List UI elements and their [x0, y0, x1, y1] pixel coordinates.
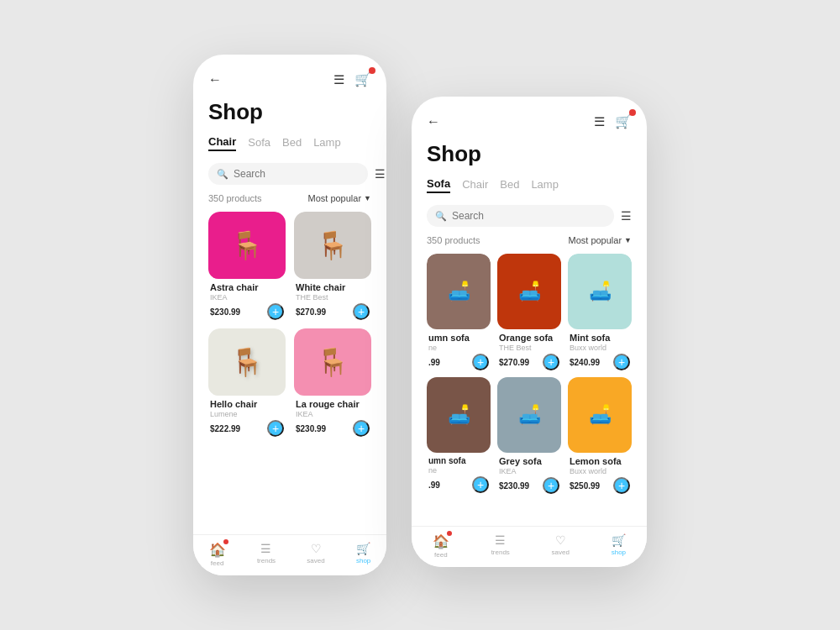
product-card-autumn-2: 🛋️ umn sofa ne .99 +: [427, 377, 491, 494]
tab-lamp[interactable]: Lamp: [313, 136, 341, 150]
search-bar-left[interactable]: 🔍: [208, 163, 368, 185]
trends-icon-left: ☰: [260, 542, 271, 555]
product-price-autumn-2: .99: [428, 480, 440, 490]
cart-icon[interactable]: 🛒: [354, 71, 371, 87]
product-price-white-chair: $270.99: [296, 307, 326, 317]
nav-label-feed-right: feed: [434, 551, 448, 559]
cart-icon-right[interactable]: 🛒: [615, 113, 632, 129]
product-image-grey-sofa: 🛋️: [497, 377, 561, 453]
feed-icon-right: 🏠: [433, 533, 449, 549]
nav-feed-left[interactable]: 🏠 feed: [209, 542, 226, 567]
add-button-astra[interactable]: +: [267, 303, 284, 320]
sort-label-left: Most popular: [307, 193, 361, 203]
nav-label-shop-right: shop: [612, 549, 626, 556]
nav-trends-left[interactable]: ☰ trends: [257, 542, 276, 567]
search-input-left[interactable]: [234, 168, 360, 180]
saved-icon-left: ♡: [311, 542, 322, 555]
product-brand-autumn-2: ne: [428, 466, 489, 475]
add-button-mint-sofa[interactable]: +: [613, 354, 630, 370]
nav-saved-left[interactable]: ♡ saved: [307, 542, 324, 567]
product-name-larougue: La rouge chair: [296, 399, 370, 409]
feed-badge-right: [447, 531, 452, 536]
add-button-larougue[interactable]: +: [353, 420, 370, 437]
product-name-autumn-2: umn sofa: [428, 456, 489, 465]
product-card-autumn: 🛋️ umn sofa ne .99 +: [427, 254, 491, 370]
back-button[interactable]: ←: [208, 72, 222, 87]
product-image-autumn: 🛋️: [427, 254, 491, 329]
nav-label-trends-left: trends: [257, 557, 276, 564]
chevron-down-icon-left: ▼: [364, 194, 371, 202]
header-icons-right: ☰ 🛒: [594, 113, 632, 129]
left-phone: ← ☰ 🛒 Shop Chair Sofa Bed Lamp 🔍 ☰: [193, 55, 386, 575]
add-button-autumn[interactable]: +: [472, 354, 489, 370]
filter-icon-left[interactable]: ☰: [375, 167, 386, 181]
trends-icon-right: ☰: [495, 533, 506, 547]
add-button-lemon-sofa[interactable]: +: [613, 477, 630, 494]
right-phone: ← ☰ 🛒 Shop Sofa Chair Bed Lamp 🔍 ☰: [412, 97, 647, 567]
nav-label-saved-right: saved: [552, 549, 570, 556]
menu-icon-right[interactable]: ☰: [594, 114, 605, 129]
search-input-right[interactable]: [452, 210, 606, 222]
add-button-autumn-2[interactable]: +: [472, 476, 489, 493]
tab-chair-right[interactable]: Chair: [462, 178, 488, 192]
menu-icon[interactable]: ☰: [333, 72, 344, 87]
nav-saved-right[interactable]: ♡ saved: [552, 533, 570, 559]
nav-trends-right[interactable]: ☰ trends: [491, 533, 510, 559]
add-button-orange-sofa[interactable]: +: [543, 354, 559, 370]
product-image-lemon-sofa: 🛋️: [568, 377, 632, 453]
filter-icon-right[interactable]: ☰: [621, 209, 632, 223]
tab-bed[interactable]: Bed: [282, 136, 302, 150]
search-bar-right[interactable]: 🔍: [427, 205, 614, 227]
search-icon-right: 🔍: [435, 211, 447, 222]
shop-icon-left: 🛒: [356, 542, 370, 555]
product-name-lemon-sofa: Lemon sofa: [570, 456, 630, 466]
nav-shop-left[interactable]: 🛒 shop: [356, 542, 370, 567]
tab-sofa[interactable]: Sofa: [248, 136, 270, 150]
add-button-hello[interactable]: +: [267, 420, 284, 437]
feed-icon-left: 🏠: [209, 542, 226, 558]
product-image-orange-sofa: 🛋️: [497, 254, 561, 329]
cart-badge: [369, 67, 375, 74]
bottom-nav-right: 🏠 feed ☰ trends ♡ saved 🛒 shop: [412, 526, 647, 567]
product-name-astra: Astra chair: [210, 282, 284, 292]
product-image-mint-sofa: 🛋️: [568, 254, 632, 329]
product-image-autumn-2: 🛋️: [427, 377, 491, 453]
tab-lamp-right[interactable]: Lamp: [531, 178, 559, 192]
shop-icon-right: 🛒: [612, 533, 626, 547]
product-card-hello: 🪑 Hello chair Lumene $222.99 +: [208, 328, 286, 437]
search-row-left: 🔍 ☰: [208, 163, 371, 185]
product-brand-hello: Lumene: [210, 410, 284, 418]
tab-chair[interactable]: Chair: [208, 135, 236, 151]
sort-selector-right[interactable]: Most popular ▼: [568, 235, 632, 245]
product-price-lemon-sofa: $250.99: [570, 481, 600, 491]
phone-header-left: ← ☰ 🛒: [208, 71, 371, 87]
product-card-orange-sofa: 🛋️ Orange sofa THE Best $270.99 +: [497, 254, 561, 370]
feed-badge-left: [223, 539, 228, 544]
tab-bed-right[interactable]: Bed: [500, 178, 519, 192]
add-button-white-chair[interactable]: +: [353, 303, 370, 320]
product-price-mint-sofa: $240.99: [570, 358, 600, 367]
search-row-right: 🔍 ☰: [427, 205, 632, 227]
product-name-hello: Hello chair: [210, 399, 284, 409]
tab-sofa-right[interactable]: Sofa: [427, 177, 450, 193]
back-button-right[interactable]: ←: [427, 114, 440, 129]
product-card-lemon-sofa: 🛋️ Lemon sofa Buxx world $250.99 +: [568, 377, 632, 494]
add-button-grey-sofa[interactable]: +: [543, 477, 559, 494]
cart-badge-right: [629, 109, 636, 116]
products-meta-left: 350 products Most popular ▼: [208, 193, 371, 203]
product-card-astra: 🪑 Astra chair IKEA $230.99 +: [208, 212, 286, 320]
product-price-grey-sofa: $230.99: [499, 481, 529, 491]
products-grid-left: 🪑 Astra chair IKEA $230.99 + 🪑 White: [208, 212, 371, 487]
nav-label-trends-right: trends: [491, 549, 510, 556]
page-title-left: Shop: [208, 99, 371, 125]
product-card-mint-sofa: 🛋️ Mint sofa Buxx world $240.99 +: [568, 254, 632, 370]
product-card-larougue: 🪑 La rouge chair IKEA $230.99 +: [294, 328, 371, 437]
tabs-right: Sofa Chair Bed Lamp: [427, 177, 632, 193]
nav-shop-right[interactable]: 🛒 shop: [612, 533, 626, 559]
tabs-left: Chair Sofa Bed Lamp: [208, 135, 371, 151]
chevron-down-icon-right: ▼: [624, 236, 632, 244]
product-price-autumn: .99: [428, 358, 440, 367]
bottom-nav-left: 🏠 feed ☰ trends ♡ saved 🛒 shop: [193, 534, 386, 575]
sort-selector-left[interactable]: Most popular ▼: [307, 193, 371, 203]
nav-feed-right[interactable]: 🏠 feed: [433, 533, 449, 559]
